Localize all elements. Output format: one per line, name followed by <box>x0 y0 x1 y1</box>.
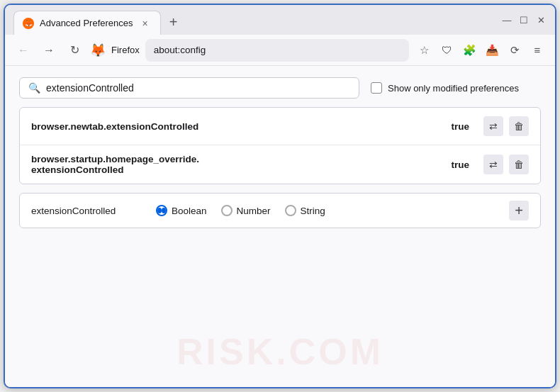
action-icons: ⇄ 🗑 <box>483 116 529 136</box>
sync-icon[interactable]: ⟳ <box>505 41 524 60</box>
add-button[interactable]: + <box>509 201 529 220</box>
back-button[interactable]: ← <box>13 40 33 60</box>
close-button[interactable]: ✕ <box>535 14 547 26</box>
tab-favicon: 🦊 <box>23 18 34 29</box>
radio-boolean-label: Boolean <box>172 206 207 216</box>
radio-number-label: Number <box>237 206 271 216</box>
tab-area: 🦊 Advanced Preferences × + <box>13 5 495 35</box>
radio-string-label: String <box>301 206 325 216</box>
pref-name: browser.startup.homepage_override. exten… <box>31 154 442 175</box>
search-row: 🔍 Show only modified preferences <box>19 77 541 99</box>
new-tab-button[interactable]: + <box>164 12 184 32</box>
pref-value: true <box>451 121 469 132</box>
pref-name: browser.newtab.extensionControlled <box>31 121 442 132</box>
action-icons: ⇄ 🗑 <box>483 155 529 174</box>
forward-button[interactable]: → <box>39 40 59 60</box>
maximize-button[interactable]: ☐ <box>518 14 530 26</box>
content-area: RISK.COM 🔍 Show only modified preference… <box>5 66 555 387</box>
table-row: browser.startup.homepage_override. exten… <box>20 145 540 184</box>
extension-icon[interactable]: 🧩 <box>460 41 478 60</box>
bookmark-icon[interactable]: ☆ <box>415 41 433 60</box>
reset-icon[interactable]: ⇄ <box>483 116 503 136</box>
title-bar: 🦊 Advanced Preferences × + — ☐ ✕ <box>5 5 555 35</box>
active-tab[interactable]: 🦊 Advanced Preferences × <box>13 11 161 35</box>
menu-icon[interactable]: ≡ <box>528 41 547 60</box>
watermark: RISK.COM <box>177 330 383 373</box>
radio-boolean[interactable]: Boolean <box>156 205 207 216</box>
shield-icon[interactable]: 🛡 <box>437 41 456 60</box>
radio-string-circle[interactable] <box>285 205 296 216</box>
delete-icon[interactable]: 🗑 <box>509 155 529 174</box>
search-icon: 🔍 <box>28 82 40 94</box>
add-new-row: extensionControlled Boolean Number Strin… <box>19 193 541 228</box>
browser-window: 🦊 Advanced Preferences × + — ☐ ✕ ← → ↻ 🦊… <box>4 4 556 388</box>
show-modified-label: Show only modified preferences <box>388 83 519 94</box>
pref-value: true <box>451 159 469 170</box>
new-pref-name: extensionControlled <box>31 206 145 216</box>
table-row: browser.newtab.extensionControlled true … <box>20 108 540 145</box>
tab-close-button[interactable]: × <box>139 17 152 30</box>
nav-icons: ☆ 🛡 🧩 📥 ⟳ ≡ <box>415 41 547 60</box>
delete-icon[interactable]: 🗑 <box>509 116 529 136</box>
radio-number[interactable]: Number <box>221 205 271 216</box>
radio-boolean-circle[interactable] <box>156 205 167 216</box>
window-controls: — ☐ ✕ <box>501 14 547 26</box>
nav-bar: ← → ↻ 🦊 Firefox about:config ☆ 🛡 🧩 📥 ⟳ ≡ <box>5 35 555 66</box>
radio-number-circle[interactable] <box>221 205 233 216</box>
pref-name-line2: extensionControlled <box>31 164 124 175</box>
pref-name-line1: browser.startup.homepage_override. <box>31 154 199 164</box>
tab-title: Advanced Preferences <box>40 18 133 28</box>
firefox-label: Firefox <box>111 45 140 55</box>
search-box[interactable]: 🔍 <box>19 77 359 99</box>
address-bar[interactable]: about:config <box>145 39 409 62</box>
url-display: about:config <box>154 45 401 55</box>
show-modified-container: Show only modified preferences <box>371 82 519 94</box>
download-icon[interactable]: 📥 <box>483 41 501 60</box>
firefox-logo: 🦊 <box>90 43 106 58</box>
reset-icon[interactable]: ⇄ <box>483 155 503 174</box>
search-input[interactable] <box>46 82 350 94</box>
radio-string[interactable]: String <box>285 205 325 216</box>
reload-button[interactable]: ↻ <box>65 40 84 60</box>
radio-group: Boolean Number String <box>156 205 325 216</box>
minimize-button[interactable]: — <box>501 14 513 26</box>
show-modified-checkbox[interactable] <box>371 82 382 94</box>
results-table: browser.newtab.extensionControlled true … <box>19 107 541 184</box>
